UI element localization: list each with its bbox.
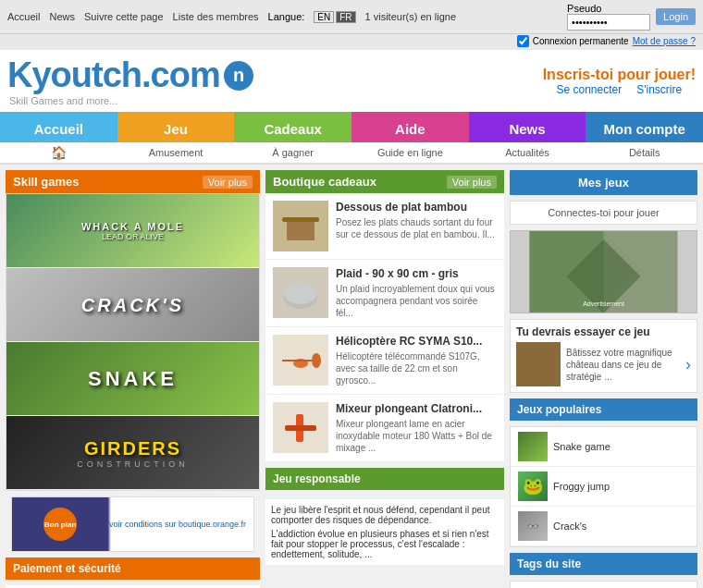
logo: Kyoutch.com n	[7, 55, 253, 95]
skill-games-title: Skill games	[13, 175, 80, 189]
svg-point-3	[284, 282, 317, 304]
shop-desc-3: Mixeur plongeant lame en acier inoxydabl…	[336, 418, 497, 454]
svg-rect-8	[285, 425, 316, 431]
register-area: Inscris-toi pour jouer! Se connecter S'i…	[543, 67, 696, 96]
login-form: Pseudo	[567, 3, 650, 31]
game-item-cracks[interactable]: CRACK'S	[6, 268, 259, 342]
popular-header: Jeux populaires	[510, 398, 697, 421]
ad-banner-inner: Bon plan voir conditions sur boutique.or…	[12, 497, 253, 551]
top-bar: Accueil News Suivre cette page Liste des…	[0, 0, 703, 34]
pseudo-input[interactable]	[567, 14, 650, 31]
shop-item-0[interactable]: Dessous de plat bambou Posez les plats c…	[265, 193, 504, 260]
nav-sub-news: Actualités	[469, 142, 586, 163]
shop-item-2[interactable]: Hélicoptère RC SYMA S10... Hélicoptère t…	[265, 327, 504, 395]
boutique-section: Boutique cadeaux Voir plus Dessous de pl…	[265, 170, 504, 462]
nav-sub-aide: Guide en ligne	[352, 142, 469, 163]
popular-item-snake[interactable]: Snake game	[511, 427, 697, 467]
shop-title-1: Plaid - 90 x 90 cm - gris	[336, 267, 497, 280]
froggy-game-icon: 🐸	[518, 472, 548, 501]
try-game-title: Tu devrais essayer ce jeu	[516, 325, 691, 338]
forgot-password-link[interactable]: Mot de passe ?	[633, 36, 696, 46]
mes-jeux-title: Mes jeux	[510, 170, 697, 195]
login-button[interactable]: Login	[656, 8, 696, 25]
shop-title-3: Mixeur plongeant Clatroni...	[336, 402, 497, 415]
responsible-header: Jeu responsable	[265, 468, 504, 490]
nav-item-cadeaux[interactable]: Cadeaux	[234, 112, 352, 142]
right-column: Mes jeux Connectes-toi pour jouer Advert…	[510, 170, 697, 588]
boutique-title: Boutique cadeaux	[273, 175, 376, 189]
nav-suivre-link[interactable]: Suivre cette page	[84, 11, 164, 22]
popular-item-cracks[interactable]: 👓 Crack's	[511, 507, 697, 546]
ad-left: Bon plan	[12, 497, 108, 551]
nav-sub-moncompte: Détails	[586, 142, 703, 163]
shop-desc-2: Hélicoptère télécommandé S107G, avec sa …	[336, 350, 497, 386]
snake-game-name: Snake game	[553, 441, 610, 452]
shop-info-0: Dessous de plat bambou Posez les plats c…	[336, 201, 497, 240]
game-item-snake[interactable]: SNAKE	[6, 342, 259, 416]
shop-item-3[interactable]: Mixeur plongeant Clatroni... Mixeur plon…	[265, 395, 504, 462]
login-area: Pseudo Login	[567, 3, 696, 31]
signup-link[interactable]: S'inscrire	[636, 83, 682, 96]
nav-item-accueil[interactable]: Accueil	[0, 112, 117, 142]
visitor-count: 1 visiteur(s) en ligne	[365, 11, 456, 22]
nav-membres-link[interactable]: Liste des membres	[173, 11, 259, 22]
remember-checkbox[interactable]	[517, 35, 529, 47]
nav-item-jeu[interactable]: Jeu	[117, 112, 235, 142]
cracks-game-name: Crack's	[553, 521, 586, 532]
shop-thumb-1	[273, 267, 328, 318]
try-game-img	[516, 342, 561, 386]
top-bar-links: Accueil News Suivre cette page Liste des…	[7, 11, 456, 23]
main-content: Skill games Voir plus WHACK A MOLE LEAD …	[0, 165, 703, 588]
language-selector[interactable]: EN FR	[314, 11, 355, 23]
try-game-desc: Bâtissez votre magnifique château dans c…	[566, 347, 680, 383]
ad-banner: Bon plan voir conditions sur boutique.or…	[11, 496, 254, 552]
lang-en[interactable]: EN	[314, 11, 334, 23]
responsible-text-2: L'addiction évolue en plusieurs phases e…	[271, 529, 499, 559]
left-column: Skill games Voir plus WHACK A MOLE LEAD …	[6, 170, 260, 588]
responsible-text: Le jeu libère l'esprit et nous défend, c…	[265, 499, 504, 565]
lang-label: Langue:	[268, 11, 305, 22]
shop-title-0: Dessous de plat bambou	[336, 201, 497, 214]
shop-info-1: Plaid - 90 x 90 cm - gris Un plaid incro…	[336, 267, 497, 319]
responsible-text-1: Le jeu libère l'esprit et nous défend, c…	[271, 505, 499, 525]
popular-list: Snake game 🐸 Froggy jump 👓 Crack's	[510, 426, 697, 547]
shop-thumb-3	[273, 402, 328, 453]
popular-item-froggy[interactable]: 🐸 Froggy jump	[511, 467, 697, 507]
mes-jeux-subtitle: Connectes-toi pour jouer	[510, 201, 697, 225]
cracks-game-icon: 👓	[518, 511, 548, 541]
nav-bar: Accueil Jeu Cadeaux Aide News Mon compte	[0, 112, 703, 142]
register-title: Inscris-toi pour jouer!	[543, 67, 696, 83]
right-ad: Advertisement	[510, 230, 697, 313]
game-item-girders[interactable]: GIRDERS CONSTRUCTION	[6, 416, 259, 490]
boutique-header: Boutique cadeaux Voir plus	[265, 170, 504, 193]
remember-label: Connexion permanente	[533, 36, 629, 46]
nav-item-moncompte[interactable]: Mon compte	[586, 112, 703, 142]
nav-item-news[interactable]: News	[469, 112, 586, 142]
nav-item-aide[interactable]: Aide	[352, 112, 469, 142]
shop-info-2: Hélicoptère RC SYMA S10... Hélicoptère t…	[336, 335, 497, 386]
lang-fr[interactable]: FR	[336, 11, 355, 23]
game-list: WHACK A MOLE LEAD OR ALIVE CRACK'S SNAKE	[6, 193, 260, 491]
tags-header: Tags du site	[510, 553, 697, 575]
logo-area: Kyoutch.com n Skill Games and more...	[7, 55, 253, 106]
try-game-arrow[interactable]: ›	[685, 355, 691, 374]
froggy-game-name: Froggy jump	[553, 481, 610, 492]
boutique-voir-plus[interactable]: Voir plus	[447, 176, 497, 189]
connect-link[interactable]: Se connecter	[556, 83, 622, 96]
svg-text:Advertisement: Advertisement	[583, 300, 624, 307]
shop-info-3: Mixeur plongeant Clatroni... Mixeur plon…	[336, 402, 497, 454]
svg-rect-1	[287, 222, 314, 240]
skill-games-voir-plus[interactable]: Voir plus	[203, 176, 253, 189]
logo-tagline: Skill Games and more...	[9, 95, 253, 106]
snake-game-icon	[518, 432, 548, 461]
shop-item-1[interactable]: Plaid - 90 x 90 cm - gris Un plaid incro…	[265, 260, 504, 327]
shop-thumb-2	[273, 335, 328, 386]
nav-news-link[interactable]: News	[49, 11, 75, 22]
payment-header: Paiement et sécurité	[6, 557, 260, 580]
auth-links: Se connecter S'inscrire	[543, 83, 696, 96]
nav-accueil-link[interactable]: Accueil	[7, 11, 40, 22]
game-item-whack[interactable]: WHACK A MOLE LEAD OR ALIVE	[6, 194, 259, 268]
ad-link[interactable]: voir conditions sur boutique.orange.fr	[108, 520, 253, 529]
shop-desc-1: Un plaid incroyablement doux qui vous ac…	[336, 283, 497, 319]
mid-column: Boutique cadeaux Voir plus Dessous de pl…	[265, 170, 504, 588]
